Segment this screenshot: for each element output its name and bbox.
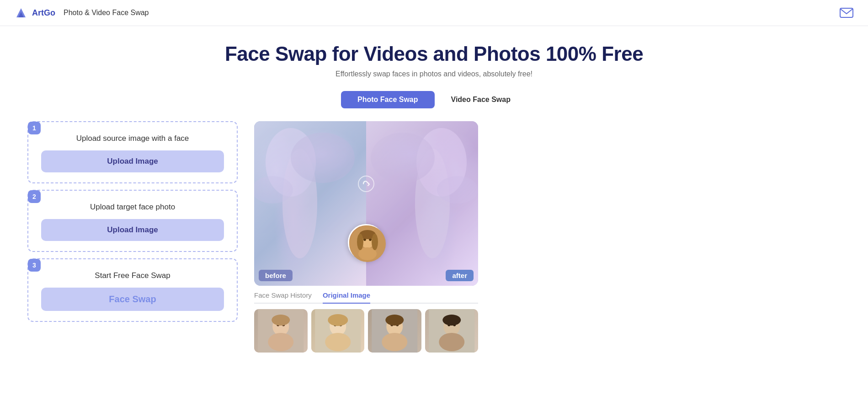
svg-rect-2	[840, 8, 853, 17]
svg-point-31	[328, 314, 348, 326]
hero-subtitle: Effortlessly swap faces in photos and vi…	[27, 70, 841, 78]
after-badge: after	[446, 270, 474, 281]
step-3-block: 3 Start Free Face Swap Face Swap	[27, 258, 238, 322]
step-2-number: 2	[28, 190, 41, 203]
step-1-number: 1	[28, 122, 41, 134]
svg-point-22	[268, 333, 293, 351]
upload-target-button[interactable]: Upload Image	[41, 219, 224, 241]
svg-point-43	[442, 315, 461, 326]
before-badge: before	[259, 270, 293, 281]
step-3-number: 3	[28, 259, 41, 272]
svg-point-18	[357, 234, 363, 250]
history-tab-original[interactable]: Original Image	[323, 291, 370, 304]
svg-point-9	[371, 133, 435, 183]
history-tab-face-swap[interactable]: Face Swap History	[254, 291, 312, 304]
svg-point-19	[372, 234, 378, 250]
steps-column: 1 Upload source image with a face Upload…	[27, 121, 238, 328]
preview-column: before after	[254, 121, 841, 353]
thumbnail-row	[254, 309, 478, 353]
target-face-avatar	[348, 224, 384, 261]
svg-point-37	[385, 315, 404, 326]
svg-point-25	[272, 315, 290, 326]
thumbnail-3[interactable]	[368, 309, 421, 353]
step-2-block: 2 Upload target face photo Upload Image	[27, 190, 238, 252]
svg-point-40	[439, 333, 464, 351]
svg-point-5	[291, 133, 355, 183]
main-content: Face Swap for Videos and Photos 100% Fre…	[0, 26, 868, 353]
header-left: ArtGo Photo & Video Face Swap	[15, 6, 149, 19]
header: ArtGo Photo & Video Face Swap	[0, 0, 868, 26]
mail-icon[interactable]	[840, 8, 853, 18]
mode-tabs: Photo Face Swap Video Face Swap	[27, 91, 841, 108]
thumbnail-4[interactable]	[425, 309, 479, 353]
svg-point-28	[325, 333, 351, 351]
svg-point-34	[382, 333, 407, 351]
step-2-label: Upload target face photo	[41, 203, 224, 212]
swap-arrow-icon	[358, 176, 374, 192]
tab-video-face-swap[interactable]: Video Face Swap	[435, 91, 527, 108]
face-swap-button[interactable]: Face Swap	[41, 288, 224, 311]
artgo-logo-icon	[15, 6, 27, 19]
logo-text: ArtGo	[32, 8, 55, 18]
step-1-label: Upload source image with a face	[41, 134, 224, 143]
svg-point-10	[437, 176, 478, 203]
tab-photo-face-swap[interactable]: Photo Face Swap	[341, 91, 434, 108]
content-row: 1 Upload source image with a face Upload…	[27, 121, 841, 353]
step-1-block: 1 Upload source image with a face Upload…	[27, 121, 238, 183]
header-title: Photo & Video Face Swap	[64, 9, 149, 17]
hero-title: Face Swap for Videos and Photos 100% Fre…	[27, 43, 841, 65]
hero-section: Face Swap for Videos and Photos 100% Fre…	[27, 43, 841, 78]
step-3-label: Start Free Face Swap	[41, 271, 224, 280]
preview-image: before after	[254, 121, 478, 286]
svg-point-11	[358, 176, 374, 192]
thumbnail-2[interactable]	[311, 309, 365, 353]
history-tabs: Face Swap History Original Image	[254, 291, 478, 304]
upload-source-button[interactable]: Upload Image	[41, 150, 224, 172]
thumbnail-1[interactable]	[254, 309, 308, 353]
